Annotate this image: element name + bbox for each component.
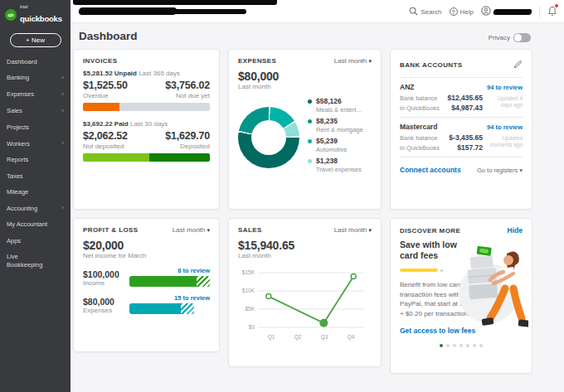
- sidebar-item-label: My Accountant: [7, 220, 47, 228]
- help-button[interactable]: ? Help: [450, 7, 474, 16]
- expenses-donut-chart[interactable]: [238, 107, 299, 168]
- chevron-down-icon: ▾: [368, 227, 372, 233]
- go-to-registers-dropdown[interactable]: Go to registers ▾: [477, 167, 523, 174]
- pnl-bar-solid: [129, 276, 197, 287]
- legend-item-meals-entert: $58,126Meals & entert...: [308, 97, 372, 114]
- sidebar-item-label: Apps: [7, 237, 21, 244]
- new-button[interactable]: + New: [10, 33, 61, 47]
- sidebar-item-label: Taxes: [7, 172, 23, 180]
- expenses-period-dropdown[interactable]: Last month ▾: [334, 57, 372, 65]
- search-button[interactable]: Search: [409, 7, 441, 17]
- connect-accounts-link[interactable]: Connect accounts: [400, 166, 461, 174]
- paid-label: Paid: [114, 120, 129, 128]
- search-label: Search: [421, 8, 441, 16]
- bank-accounts-title: BANK ACCOUNTS: [400, 61, 463, 69]
- legend-dot-icon: [308, 119, 312, 123]
- quickbooks-logo[interactable]: qb intuit quickbooks: [0, 0, 70, 27]
- not-deposited-amount: $2,062.52: [83, 130, 128, 142]
- carousel-dot-1[interactable]: [440, 344, 443, 347]
- sidebar-item-apps[interactable]: Apps: [0, 233, 70, 249]
- search-icon: [409, 7, 418, 17]
- expenses-title: EXPENSES: [238, 57, 276, 65]
- paid-progress-bar[interactable]: [83, 153, 210, 162]
- svg-text:$0: $0: [249, 324, 255, 330]
- sidebar-item-taxes[interactable]: Taxes: [0, 168, 70, 184]
- in-quickbooks-label: in QuickBooks: [400, 144, 441, 152]
- notifications-button[interactable]: [547, 6, 557, 18]
- deposited-bar-segment: [149, 153, 210, 162]
- sidebar-item-my-accountant[interactable]: My Accountant: [0, 216, 70, 232]
- dashboard-content: Dashboard Privacy INVOICES $5,281.52 Unp…: [70, 23, 564, 392]
- privacy-toggle[interactable]: [513, 33, 531, 42]
- accounts-list: ANZ94 to reviewBank balance$12,435.65Upd…: [400, 77, 523, 157]
- sidebar-item-projects[interactable]: Projects: [0, 119, 70, 135]
- not-deposited-label: Not deposited: [83, 143, 124, 150]
- unpaid-period: Last 365 days: [139, 70, 180, 77]
- page-title: Dashboard: [79, 30, 138, 42]
- expenses-card: EXPENSES Last month ▾ $80,000 Last month…: [228, 49, 382, 210]
- to-review-link[interactable]: 15 to review: [129, 294, 210, 302]
- sidebar-item-label: Sales: [7, 107, 22, 114]
- sidebar-item-live-bookkeeping[interactable]: Live Bookkeeping: [0, 249, 70, 273]
- to-review-link[interactable]: 94 to review: [487, 84, 523, 91]
- sidebar-item-mileage[interactable]: Mileage: [0, 184, 70, 200]
- overdue-label: Overdue: [83, 92, 109, 99]
- pnl-bar-hatch: [197, 276, 210, 287]
- sidebar-item-workers[interactable]: Workers›: [0, 135, 70, 152]
- sidebar-item-sales[interactable]: Sales›: [0, 103, 70, 119]
- sales-card: SALES Last month ▾ $15,940.65 Last month…: [228, 218, 382, 367]
- expenses-period: Last month: [238, 83, 372, 90]
- chevron-down-icon: ▾: [368, 58, 372, 64]
- intuit-wordmark: intuit: [20, 6, 62, 10]
- to-review-link[interactable]: 8 to review: [129, 267, 210, 274]
- paid-period: Last 30 days: [130, 120, 168, 128]
- sidebar-item-label: Accounting: [7, 205, 37, 212]
- profit-loss-period-dropdown[interactable]: Last month ▾: [173, 226, 210, 234]
- notification-badge: [555, 4, 558, 7]
- toggle-knob: [514, 34, 522, 41]
- bank-accounts-card: BANK ACCOUNTS ANZ94 to reviewBank balanc…: [390, 49, 532, 210]
- bank-balance-label: Bank balance: [400, 94, 441, 102]
- overdue-bar-fill: [83, 103, 119, 111]
- deposited-amount: $1,629.70: [165, 130, 210, 142]
- pnl-bar-hatch: [181, 303, 194, 314]
- sidebar-item-label: Dashboard: [7, 58, 37, 65]
- pnl-row-income: $100,000Income8 to review: [83, 267, 210, 287]
- in-quickbooks-value: $4,987.43: [446, 104, 483, 112]
- legend-amount: $1,238: [316, 157, 362, 165]
- carousel-dot-2[interactable]: [446, 344, 450, 347]
- sidebar-item-expenses[interactable]: Expenses›: [0, 86, 70, 103]
- legend-label: Meals & entert...: [316, 106, 362, 114]
- sidebar-item-banking[interactable]: Banking›: [0, 70, 70, 86]
- profile-button[interactable]: [481, 6, 532, 17]
- invoices-title: INVOICES: [83, 57, 117, 65]
- help-label: Help: [460, 8, 474, 16]
- svg-text:Q3: Q3: [321, 334, 328, 341]
- hide-link[interactable]: Hide: [508, 226, 523, 235]
- bank-balance-value: $-3,435.65: [446, 133, 483, 142]
- bank-balance-label: Bank balance: [400, 134, 441, 142]
- pnl-bar: [129, 276, 210, 287]
- net-income-label: Net income for March: [83, 252, 210, 259]
- to-review-link[interactable]: 94 to review: [487, 123, 523, 131]
- account-anz: ANZ94 to reviewBank balance$12,435.65Upd…: [400, 77, 523, 118]
- legend-label: Automotive: [316, 146, 348, 153]
- overdue-bar-track: [119, 103, 210, 111]
- edit-pencil-icon[interactable]: [513, 57, 523, 72]
- sidebar-item-accounting[interactable]: Accounting›: [0, 200, 70, 216]
- net-income-amount: $20,000: [83, 239, 210, 252]
- account-name: ANZ: [400, 83, 414, 91]
- unpaid-progress-bar[interactable]: [83, 103, 210, 111]
- pnl-amount: $100,000: [83, 269, 126, 279]
- redacted-company-name: [78, 7, 177, 15]
- sidebar-item-reports[interactable]: Reports: [0, 152, 70, 167]
- sales-period-dropdown[interactable]: Last month ▾: [334, 226, 372, 234]
- legend-label: Rent & mortgage: [316, 126, 363, 133]
- chevron-down-icon: ▾: [519, 167, 523, 174]
- bell-icon: [547, 6, 557, 18]
- legend-dot-icon: [308, 159, 312, 163]
- legend-dot-icon: [308, 139, 312, 143]
- sidebar-item-dashboard[interactable]: Dashboard: [0, 54, 70, 70]
- pnl-bar-solid: [129, 303, 181, 314]
- svg-text:$15K: $15K: [242, 269, 255, 275]
